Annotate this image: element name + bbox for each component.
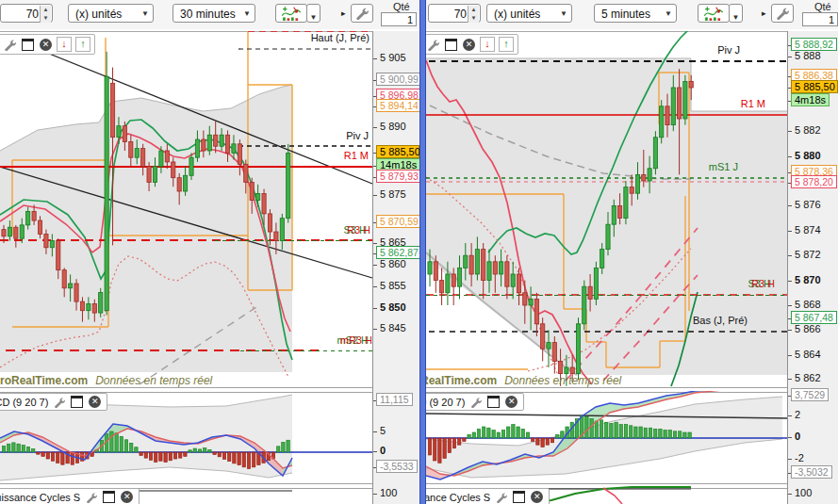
wrench-icon[interactable] bbox=[426, 38, 440, 52]
wrench-icon[interactable] bbox=[84, 490, 98, 504]
settings-wrench-button[interactable] bbox=[771, 4, 794, 23]
window-icon[interactable] bbox=[486, 395, 501, 409]
axis-tick: 5 850 bbox=[380, 301, 406, 313]
macd-histogram-bar bbox=[193, 448, 196, 452]
units-dropdown[interactable]: (x) unités ▼ bbox=[68, 4, 154, 23]
wrench-icon[interactable] bbox=[494, 490, 508, 504]
indicator-title: Puissance Cycles S bbox=[0, 492, 80, 503]
chart-style-caret[interactable]: ▼ bbox=[729, 4, 743, 23]
wrench-icon[interactable] bbox=[52, 395, 66, 409]
indicator-value-box: 5 894,14 bbox=[376, 99, 419, 112]
indicator-axis-tick: 3,7529 bbox=[791, 388, 829, 401]
candle bbox=[195, 139, 199, 157]
close-icon[interactable]: ✕ bbox=[462, 38, 476, 52]
axis-tick-mark bbox=[788, 415, 792, 416]
macd-histogram-bar bbox=[526, 432, 529, 438]
qty-input[interactable]: 1 bbox=[381, 12, 417, 26]
candle bbox=[184, 175, 188, 191]
candle bbox=[541, 324, 545, 349]
axis-tick-mark bbox=[373, 127, 377, 128]
qty-input[interactable]: 1 bbox=[802, 12, 838, 26]
axis-tick-mark bbox=[373, 494, 377, 495]
candle bbox=[105, 76, 108, 311]
macd-histogram-bar bbox=[610, 423, 613, 438]
axis-tick-mark bbox=[788, 330, 792, 331]
macd-histogram-bar bbox=[664, 431, 666, 438]
macd-histogram-bar bbox=[595, 421, 598, 438]
macd-histogram-bar bbox=[561, 431, 564, 438]
window-icon[interactable] bbox=[70, 395, 84, 409]
window-icon[interactable] bbox=[444, 38, 458, 52]
candle bbox=[153, 167, 156, 183]
candle bbox=[177, 178, 181, 191]
macd-histogram-bar bbox=[590, 419, 593, 438]
main-chart-canvas-5min[interactable]: Piv JR1 MmS1 JS3 HR3 HBas (J, Pré) bbox=[426, 31, 838, 391]
close-icon[interactable]: ✕ bbox=[39, 38, 53, 52]
macd-histogram-bar bbox=[144, 452, 147, 458]
wrench-icon[interactable] bbox=[3, 38, 17, 52]
close-icon[interactable]: ✕ bbox=[120, 490, 134, 504]
macd-histogram-bar bbox=[463, 438, 466, 442]
units-dropdown[interactable]: (x) unités ▼ bbox=[486, 4, 572, 23]
stepper-arrows-icon[interactable]: ▲▼ bbox=[40, 6, 51, 23]
macd-histogram-bar bbox=[124, 440, 127, 452]
candle bbox=[523, 293, 527, 305]
macd-histogram-bar bbox=[179, 452, 182, 458]
price-axis-30min[interactable]: 5 9055 8905 8755 8655 8605 8555 8505 845… bbox=[372, 31, 419, 504]
candle bbox=[8, 227, 11, 236]
timeframe-dropdown[interactable]: 30 minutes ▼ bbox=[173, 4, 255, 23]
pane-divider[interactable] bbox=[419, 0, 426, 504]
candle bbox=[600, 250, 604, 268]
sell-arrow-icon[interactable]: ↓ bbox=[57, 37, 72, 52]
window-icon[interactable] bbox=[21, 38, 35, 52]
chart-pane-30min: Haut (J, Pré)Piv JR1 MS3 HR3 HmS2 HmR3 H… bbox=[0, 29, 419, 504]
indicator-axis-tick: 5 bbox=[380, 425, 386, 436]
macd-histogram-bar bbox=[683, 432, 686, 438]
window-icon[interactable] bbox=[102, 490, 116, 504]
macd-histogram-bar bbox=[222, 452, 225, 459]
close-icon[interactable]: ✕ bbox=[88, 395, 102, 409]
periods-stepper[interactable]: 70 ▲▼ bbox=[428, 4, 481, 23]
stepper-arrows-icon[interactable]: ▲▼ bbox=[468, 6, 479, 23]
close-icon[interactable]: ✕ bbox=[530, 490, 544, 504]
last-price-box: 5 885,50 bbox=[791, 80, 838, 93]
level-label: R1 M bbox=[741, 98, 765, 109]
buy-arrow-icon[interactable]: ↑ bbox=[499, 37, 514, 52]
chart-style-caret[interactable]: ▼ bbox=[306, 4, 320, 23]
macd-histogram-bar bbox=[228, 452, 231, 462]
close-icon[interactable]: ✕ bbox=[504, 395, 518, 409]
level-label: Haut (J, Pré) bbox=[311, 32, 370, 43]
settings-wrench-button[interactable] bbox=[351, 4, 373, 23]
macd-header: MACD (9 20 7) ✕ bbox=[0, 393, 107, 411]
periods-stepper[interactable]: 70 ▲▼ bbox=[0, 4, 53, 23]
window-icon[interactable] bbox=[512, 490, 526, 504]
axis-tick-mark bbox=[788, 231, 792, 232]
macd-histogram-bar bbox=[213, 452, 216, 455]
candle bbox=[552, 343, 556, 362]
candle bbox=[220, 135, 223, 146]
macd-histogram-bar bbox=[189, 450, 191, 452]
indicator-axis-tick: 11,115 bbox=[376, 393, 413, 406]
sell-arrow-icon[interactable]: ↓ bbox=[480, 37, 495, 52]
indicator-axis-tick: 2 bbox=[795, 409, 800, 420]
buy-arrow-icon[interactable]: ↑ bbox=[75, 37, 90, 52]
timeframe-dropdown[interactable]: 5 minutes ▼ bbox=[594, 4, 677, 23]
collapse-arrow-icon[interactable]: ▸ bbox=[341, 8, 346, 18]
wrench-icon[interactable] bbox=[468, 395, 483, 409]
chart-style-button[interactable] bbox=[275, 4, 307, 23]
macd-histogram-bar bbox=[668, 431, 671, 438]
macd-histogram-bar bbox=[2, 446, 5, 452]
candle bbox=[38, 220, 41, 234]
cloud-fill bbox=[426, 58, 787, 375]
chart-pane-5min: Piv JR1 MmS1 JS3 HR3 HBas (J, Pré) ✕ ↓ ↑… bbox=[426, 29, 838, 504]
chart-style-button[interactable] bbox=[698, 4, 730, 23]
main-chart-canvas-30min[interactable]: Haut (J, Pré)Piv JR1 MS3 HR3 HmS2 HmR3 H bbox=[0, 31, 419, 391]
indicator-axis-tick: -2 bbox=[795, 452, 804, 463]
price-axis-5min[interactable]: 5 8885 8825 8805 8765 8745 8725 8705 868… bbox=[787, 31, 838, 504]
macd-histogram-bar bbox=[120, 436, 123, 452]
indicator-value-box: 5 888,92 bbox=[791, 38, 837, 51]
collapse-arrow-icon[interactable]: ▸ bbox=[762, 8, 766, 18]
candle bbox=[642, 174, 646, 181]
indicator-value-box: 5 862,87 bbox=[376, 246, 419, 259]
axis-tick: 5 882 bbox=[795, 124, 821, 136]
